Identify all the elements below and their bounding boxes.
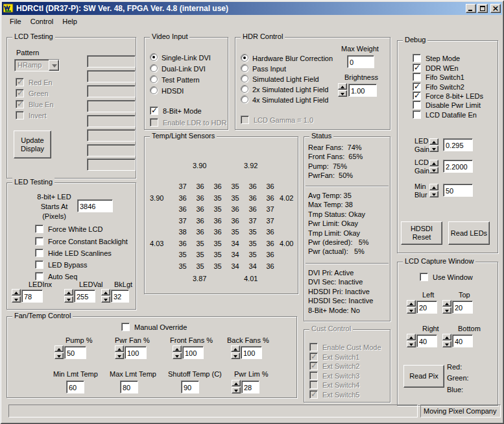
ledval-field[interactable] (74, 290, 95, 303)
title-bar[interactable]: HDRCtl (DR37-P): SW Ver. 48, FPGA Ver. 4… (2, 2, 502, 15)
checkbox-manual-override[interactable] (121, 323, 130, 331)
min-blur-spinner[interactable] (429, 184, 438, 198)
checkbox-fifo-switch1[interactable] (413, 73, 421, 81)
bottom-field[interactable] (452, 334, 473, 347)
radio-pass-input[interactable] (241, 64, 248, 72)
min-lmt-temp-field[interactable] (66, 380, 84, 393)
spin-down-icon[interactable] (54, 353, 64, 359)
spin-down-icon[interactable] (101, 296, 110, 303)
radio-4x-simulated-light-field[interactable] (241, 95, 248, 103)
lcd-gain-field[interactable] (443, 160, 473, 173)
back-fans-spinner[interactable] (231, 345, 240, 360)
left-field[interactable] (416, 301, 437, 314)
spin-up-icon[interactable] (232, 380, 241, 386)
radio-test-pattern[interactable] (150, 75, 158, 83)
radio-simulated-light-field[interactable] (241, 75, 248, 82)
read-pix-button[interactable]: Read Pix (403, 365, 444, 388)
right-field[interactable] (416, 334, 437, 347)
menu-help[interactable]: Help (58, 16, 82, 27)
radio-dual-link-dvi[interactable] (150, 64, 158, 72)
spin-down-icon[interactable] (12, 296, 21, 303)
spin-down-icon[interactable] (173, 353, 182, 359)
brightness-field[interactable] (348, 84, 377, 97)
top-spinner[interactable] (442, 300, 451, 314)
spin-up-icon[interactable] (338, 83, 347, 90)
update-display-button[interactable]: Update Display (14, 131, 51, 158)
checkbox-ddr-wen[interactable] (413, 64, 421, 72)
spin-up-icon[interactable] (429, 138, 438, 145)
bklgt-spinner[interactable] (101, 289, 110, 303)
left-spinner[interactable] (407, 300, 416, 314)
spin-up-icon[interactable] (231, 345, 240, 352)
spin-down-icon[interactable] (442, 341, 451, 347)
pwr-lim-field[interactable] (241, 380, 259, 393)
spin-down-icon[interactable] (407, 307, 416, 314)
checkbox-lcd-datafile-en[interactable] (413, 110, 421, 119)
top-field[interactable] (452, 301, 473, 314)
max-lmt-temp-field[interactable] (120, 380, 138, 393)
checkbox-force-8bit-leds[interactable] (413, 92, 421, 100)
spin-up-icon[interactable] (442, 334, 451, 340)
pump-field[interactable] (64, 346, 86, 359)
checkbox-8bit-mode[interactable] (150, 106, 158, 115)
checkbox-step-mode[interactable] (413, 54, 421, 62)
spin-up-icon[interactable] (442, 300, 451, 306)
max-weight-field[interactable] (347, 55, 374, 68)
bottom-spinner[interactable] (442, 334, 451, 348)
spin-down-icon[interactable] (442, 307, 451, 314)
spin-down-icon[interactable] (407, 341, 416, 347)
spin-up-icon[interactable] (407, 300, 416, 306)
checkbox-auto-seq[interactable] (35, 272, 43, 281)
spin-down-icon[interactable] (429, 191, 438, 197)
checkbox-fifo-switch2[interactable] (413, 82, 421, 91)
checkbox-hide-led-scanlines[interactable] (35, 249, 43, 257)
checkbox-force-constant-backlight[interactable] (35, 237, 43, 245)
pwr-lim-spinner[interactable] (232, 380, 241, 394)
spin-down-icon[interactable] (115, 353, 124, 359)
led-gain-field[interactable] (443, 138, 473, 151)
bklgt-field[interactable] (111, 290, 129, 303)
spin-down-icon[interactable] (231, 353, 240, 359)
spin-up-icon[interactable] (54, 345, 64, 352)
spin-up-icon[interactable] (101, 289, 110, 295)
ledinx-field[interactable] (21, 290, 43, 303)
menu-control[interactable]: Control (26, 16, 58, 27)
back-fans-field[interactable] (241, 346, 262, 359)
right-spinner[interactable] (407, 334, 416, 348)
led-starts-field[interactable] (77, 199, 113, 212)
ledval-spinner[interactable] (64, 289, 73, 303)
pwr-fan-spinner[interactable] (115, 345, 124, 360)
checkbox-force-white-lcd[interactable] (35, 225, 43, 233)
spin-down-icon[interactable] (338, 90, 347, 97)
spin-down-icon[interactable] (429, 145, 438, 152)
lcd-gain-spinner[interactable] (429, 160, 438, 174)
checkbox-disable-pwr-limit[interactable] (413, 101, 421, 109)
ledinx-spinner[interactable] (12, 289, 21, 303)
maximize-button[interactable] (477, 4, 488, 13)
hdsdi-reset-button[interactable]: HDSDI Reset (401, 221, 442, 245)
radio-hdsdi[interactable] (150, 86, 158, 94)
radio-2x-simulated-light-field[interactable] (241, 85, 248, 93)
min-blur-field[interactable] (443, 184, 473, 197)
spin-up-icon[interactable] (429, 160, 438, 166)
spin-up-icon[interactable] (12, 289, 21, 295)
spin-down-icon[interactable] (429, 167, 438, 173)
led-gain-spinner[interactable] (429, 138, 438, 153)
spin-up-icon[interactable] (115, 345, 124, 352)
pwr-fan-field[interactable] (125, 346, 147, 359)
brightness-spinner[interactable] (338, 83, 347, 97)
checkbox-led-bypass[interactable] (35, 260, 43, 269)
front-fans-field[interactable] (182, 346, 204, 359)
minimize-button[interactable] (466, 4, 476, 13)
radio-hardware-blur-correction[interactable] (241, 54, 248, 62)
radio-single-link-dvi[interactable] (150, 53, 158, 61)
pump-spinner[interactable] (54, 345, 64, 360)
spin-up-icon[interactable] (407, 334, 416, 340)
close-button[interactable]: × (490, 4, 501, 13)
menu-file[interactable]: File (5, 16, 26, 27)
checkbox-use-window[interactable] (420, 273, 428, 281)
spin-down-icon[interactable] (64, 296, 73, 303)
spin-up-icon[interactable] (64, 289, 73, 295)
read-leds-button[interactable]: Read LEDs (448, 221, 490, 245)
front-fans-spinner[interactable] (173, 345, 182, 360)
